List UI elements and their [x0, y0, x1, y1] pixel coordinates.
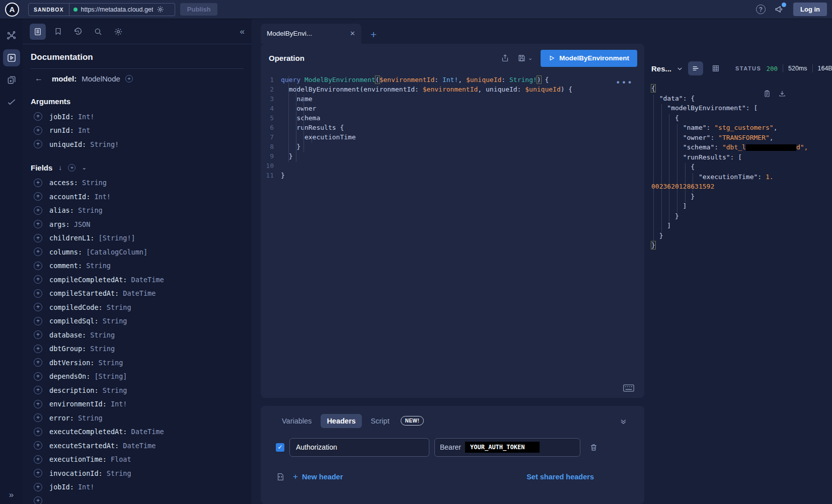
back-arrow-icon[interactable]: ← [31, 74, 47, 83]
code-line[interactable]: 1query ModelByEnvironment($environmentId… [261, 76, 644, 86]
header-value-input[interactable]: Bearer YOUR_AUTH_TOKEN [434, 438, 580, 457]
add-field-icon[interactable]: + [34, 372, 42, 381]
field-row[interactable]: +access: String [31, 176, 244, 190]
endpoint-url-input[interactable]: https://metadata.cloud.get [69, 3, 175, 16]
collections-icon[interactable] [3, 71, 20, 89]
tab-headers[interactable]: Headers [321, 414, 361, 428]
new-header-button[interactable]: + New header [293, 472, 343, 482]
add-field-icon[interactable]: + [34, 455, 42, 464]
add-field-icon[interactable]: + [34, 428, 42, 436]
code-line[interactable]: 10 [261, 162, 644, 172]
field-row[interactable]: +executionTime: Float [31, 453, 244, 467]
field-row[interactable]: +args: JSON [31, 217, 244, 231]
field-row[interactable]: +description: String [31, 383, 244, 397]
field-row[interactable]: +childrenL1: [String!] [31, 231, 244, 245]
field-row[interactable]: +executeCompletedAt: DateTime [31, 425, 244, 439]
argument-row[interactable]: +jobId: Int! [31, 110, 244, 124]
response-chevron-icon[interactable] [676, 65, 683, 72]
add-field-icon[interactable]: + [34, 317, 42, 325]
add-field-icon[interactable]: + [34, 247, 42, 256]
schema-graph-icon[interactable] [3, 27, 20, 44]
field-row[interactable]: +error: String [31, 411, 244, 425]
field-row[interactable]: + [31, 494, 244, 504]
explorer-settings-gear-icon[interactable] [110, 24, 126, 40]
code-line[interactable]: 9 } [261, 152, 644, 162]
delete-header-icon[interactable] [589, 443, 598, 452]
announcements-icon[interactable] [775, 5, 784, 14]
close-tab-icon[interactable]: ✕ [350, 30, 355, 37]
add-field-icon[interactable]: + [34, 400, 42, 408]
add-field-icon[interactable]: + [34, 140, 42, 148]
field-row[interactable]: +accountId: Int! [31, 190, 244, 204]
field-row[interactable]: +jobId: Int! [31, 480, 244, 494]
add-field-icon[interactable]: + [34, 386, 42, 394]
connection-settings-gear-icon[interactable] [157, 6, 164, 13]
sort-fields-icon[interactable]: ↓ [58, 163, 62, 172]
argument-row[interactable]: +uniqueId: String! [31, 137, 244, 151]
field-row[interactable]: +compiledCode: String [31, 300, 244, 314]
add-type-icon[interactable]: + [125, 75, 133, 82]
collapse-request-panel-icon[interactable] [620, 418, 627, 426]
header-enabled-checkbox[interactable]: ✓ [276, 443, 284, 452]
field-row[interactable]: +executeStartedAt: DateTime [31, 439, 244, 453]
add-field-icon[interactable]: + [34, 262, 42, 270]
add-field-icon[interactable]: + [34, 275, 42, 284]
keyboard-shortcuts-icon[interactable] [623, 384, 634, 392]
code-line[interactable]: 5 schema [261, 114, 644, 124]
add-field-icon[interactable]: + [34, 483, 42, 491]
editor-menu-icon[interactable]: ••• [616, 78, 633, 88]
field-row[interactable]: +database: String [31, 328, 244, 342]
add-field-icon[interactable]: + [34, 289, 42, 298]
documentation-tab-icon[interactable] [30, 24, 46, 40]
header-key-input[interactable]: Authorization [289, 438, 429, 457]
code-line[interactable]: 4 owner [261, 105, 644, 114]
raw-view-icon[interactable] [688, 61, 703, 75]
query-editor[interactable]: 1query ModelByEnvironment($environmentId… [261, 73, 644, 398]
chevron-down-icon[interactable]: ⌄ [82, 164, 87, 171]
add-field-icon[interactable]: + [34, 358, 42, 367]
table-view-icon[interactable] [708, 61, 723, 75]
set-shared-headers-link[interactable]: Set shared headers [526, 473, 594, 481]
tab-variables[interactable]: Variables [276, 414, 318, 428]
field-row[interactable]: +dbtVersion: String [31, 356, 244, 370]
field-row[interactable]: +dbtGroup: String [31, 342, 244, 356]
add-field-icon[interactable]: + [34, 413, 42, 422]
code-line[interactable]: 6 runResults { [261, 124, 644, 133]
save-operation-button[interactable]: ⌄ [517, 54, 533, 62]
field-row[interactable]: +compileCompletedAt: DateTime [31, 273, 244, 287]
new-tab-icon[interactable]: + [370, 29, 376, 41]
field-row[interactable]: +compileStartedAt: DateTime [31, 287, 244, 301]
add-all-fields-icon[interactable]: + [68, 164, 75, 172]
field-row[interactable]: +dependsOn: [String] [31, 370, 244, 384]
field-row[interactable]: +compiledSql: String [31, 314, 244, 328]
checks-icon[interactable] [3, 94, 20, 111]
history-icon[interactable] [70, 24, 86, 40]
code-line[interactable]: 8 } [261, 143, 644, 152]
save-chevron-icon[interactable]: ⌄ [528, 55, 533, 61]
field-row[interactable]: +comment: String [31, 259, 244, 273]
add-field-icon[interactable]: + [34, 330, 42, 339]
add-field-icon[interactable]: + [34, 220, 42, 228]
add-field-icon[interactable]: + [34, 192, 42, 201]
tab-script[interactable]: Script [365, 414, 396, 428]
login-button[interactable]: Log in [793, 3, 827, 16]
collapse-panel-icon[interactable]: « [240, 27, 245, 37]
expand-rail-icon[interactable]: » [0, 490, 23, 500]
search-icon[interactable] [90, 24, 106, 40]
add-field-icon[interactable]: + [34, 206, 42, 215]
environment-variables-icon[interactable] [276, 472, 285, 481]
add-field-icon[interactable]: + [34, 112, 42, 121]
field-row[interactable]: +alias: String [31, 204, 244, 218]
add-field-icon[interactable]: + [34, 496, 42, 504]
saved-operations-icon[interactable] [50, 24, 66, 40]
field-row[interactable]: +invocationId: String [31, 466, 244, 480]
share-icon[interactable] [501, 54, 509, 62]
operation-tab[interactable]: ModelByEnvi... ✕ [261, 24, 361, 44]
argument-row[interactable]: +runId: Int [31, 124, 244, 138]
code-line[interactable]: 7 executionTime [261, 133, 644, 143]
add-field-icon[interactable]: + [34, 234, 42, 242]
add-field-icon[interactable]: + [34, 469, 42, 477]
code-line[interactable]: 11} [261, 172, 644, 181]
publish-button[interactable]: Publish [180, 3, 218, 16]
add-field-icon[interactable]: + [34, 126, 42, 135]
